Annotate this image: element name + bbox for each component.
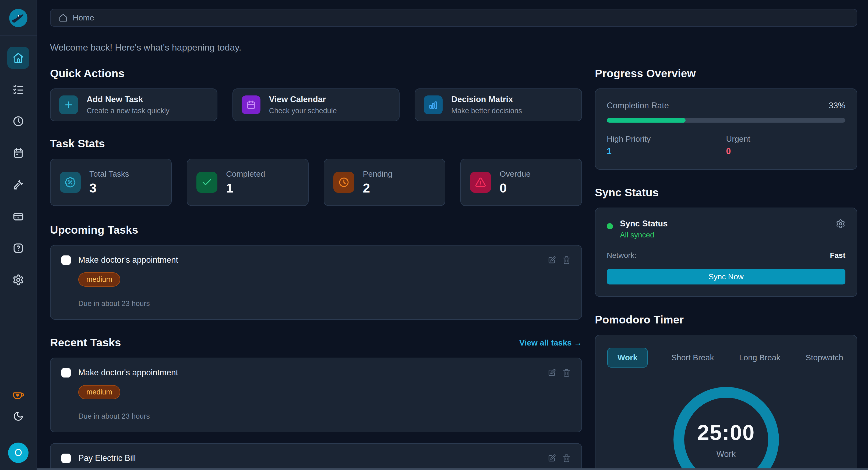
priority-badge: medium bbox=[78, 272, 120, 287]
clock-icon bbox=[333, 172, 354, 193]
right-column: Progress Overview Completion Rate 33% Hi… bbox=[595, 67, 857, 470]
edit-task-button[interactable] bbox=[548, 256, 556, 264]
add-new-task-card[interactable]: Add New Task Create a new task quickly bbox=[50, 89, 217, 121]
edit-icon bbox=[548, 256, 556, 264]
stat-value: 0 bbox=[500, 181, 531, 196]
stat-value: 3 bbox=[89, 181, 129, 196]
task-due: Due in about 23 hours bbox=[78, 300, 571, 308]
sidebar-item-time[interactable] bbox=[7, 110, 29, 132]
tab-work[interactable]: Work bbox=[607, 348, 648, 368]
high-priority-label: High Priority bbox=[607, 134, 726, 143]
priority-badge: medium bbox=[78, 385, 120, 399]
quick-actions-title: Quick Actions bbox=[50, 67, 582, 80]
pending-card: Pending 2 bbox=[324, 159, 445, 206]
app-logo[interactable] bbox=[0, 0, 37, 36]
decision-matrix-card[interactable]: Decision Matrix Make better decisions bbox=[415, 89, 582, 121]
sidebar-item-budget[interactable] bbox=[7, 205, 29, 228]
edit-icon bbox=[548, 369, 556, 377]
task-row: Pay Electric Bill bbox=[50, 443, 582, 470]
plus-icon bbox=[59, 96, 78, 114]
completed-card: Completed 1 bbox=[187, 159, 308, 206]
tab-short-break[interactable]: Short Break bbox=[670, 348, 715, 367]
view-calendar-card[interactable]: View Calendar Check your schedule bbox=[232, 89, 400, 121]
card-title: Decision Matrix bbox=[451, 95, 522, 104]
timer-time: 25:00 bbox=[697, 420, 755, 445]
calendar-icon bbox=[12, 147, 24, 159]
left-column: Quick Actions Add New Task Create a new … bbox=[50, 67, 582, 470]
task-checkbox[interactable] bbox=[61, 454, 71, 463]
sync-card: Sync Status All synced Network: Fast Syn… bbox=[595, 208, 857, 297]
user-avatar[interactable]: O bbox=[8, 443, 29, 463]
trash-icon bbox=[562, 369, 571, 377]
sidebar-item-help[interactable] bbox=[7, 237, 29, 259]
breadcrumb-home-icon bbox=[59, 13, 68, 22]
task-stats-grid: Total Tasks 3 Completed 1 bbox=[50, 159, 582, 206]
badge-percent-icon bbox=[60, 172, 81, 193]
task-checkbox[interactable] bbox=[61, 256, 71, 265]
overdue-card: Overdue 0 bbox=[460, 159, 582, 206]
sync-status-text: All synced bbox=[620, 231, 668, 239]
completion-bar-fill bbox=[607, 118, 686, 123]
wolf-logo-icon bbox=[8, 8, 28, 28]
sidebar-item-calendar[interactable] bbox=[7, 142, 29, 164]
stat-value: 1 bbox=[226, 181, 265, 196]
tab-stopwatch[interactable]: Stopwatch bbox=[804, 348, 845, 367]
delete-task-button[interactable] bbox=[562, 256, 571, 264]
card-subtitle: Create a new task quickly bbox=[87, 107, 169, 115]
completion-rate-label: Completion Rate bbox=[607, 101, 669, 110]
timer-mode: Work bbox=[716, 449, 736, 459]
clock-icon bbox=[12, 115, 24, 127]
urgent-label: Urgent bbox=[726, 134, 846, 143]
home-icon bbox=[12, 52, 24, 64]
theme-toggle-button[interactable] bbox=[13, 411, 24, 422]
quick-actions-grid: Add New Task Create a new task quickly V… bbox=[50, 89, 582, 121]
sidebar-bottom: O bbox=[0, 388, 37, 470]
horizontal-scrollbar[interactable] bbox=[37, 468, 868, 470]
task-title: Make doctor's appointment bbox=[78, 255, 178, 265]
stat-label: Pending bbox=[363, 169, 393, 178]
sidebar-nav bbox=[7, 47, 29, 291]
task-checkbox[interactable] bbox=[61, 368, 71, 377]
bar-chart-icon bbox=[424, 96, 443, 114]
sidebar-item-settings[interactable] bbox=[7, 269, 29, 291]
gavel-icon bbox=[12, 179, 24, 191]
progress-overview-title: Progress Overview bbox=[595, 67, 857, 80]
task-row: Make doctor's appointment bbox=[50, 245, 582, 320]
delete-task-button[interactable] bbox=[562, 454, 571, 463]
breadcrumb-label: Home bbox=[73, 13, 94, 22]
breadcrumb[interactable]: Home bbox=[50, 9, 857, 27]
edit-task-button[interactable] bbox=[548, 454, 556, 463]
sidebar-item-decisions[interactable] bbox=[7, 174, 29, 196]
progress-card: Completion Rate 33% High Priority 1 Urge… bbox=[595, 89, 857, 170]
sync-settings-button[interactable] bbox=[836, 219, 845, 229]
edit-task-button[interactable] bbox=[548, 369, 556, 377]
help-icon bbox=[12, 242, 24, 254]
sync-now-button[interactable]: Sync Now bbox=[607, 269, 845, 284]
support-coffee-button[interactable] bbox=[12, 388, 25, 401]
sidebar-item-tasks[interactable] bbox=[7, 78, 29, 101]
network-value: Fast bbox=[830, 251, 845, 260]
pomodoro-tabs: Work Short Break Long Break Stopwatch bbox=[607, 348, 845, 368]
trash-icon bbox=[562, 256, 571, 264]
high-priority-value: 1 bbox=[607, 146, 726, 156]
completion-bar-track bbox=[607, 118, 845, 123]
network-label: Network: bbox=[607, 251, 636, 260]
trash-icon bbox=[562, 454, 571, 463]
stat-value: 2 bbox=[363, 181, 393, 196]
sidebar-item-home[interactable] bbox=[7, 47, 29, 69]
card-title: View Calendar bbox=[269, 95, 337, 104]
task-title: Pay Electric Bill bbox=[78, 453, 136, 463]
stat-label: Completed bbox=[226, 169, 265, 178]
card-title: Add New Task bbox=[87, 95, 169, 104]
view-all-tasks-link[interactable]: View all tasks → bbox=[519, 338, 582, 347]
tab-long-break[interactable]: Long Break bbox=[738, 348, 782, 367]
credit-card-icon bbox=[12, 210, 24, 222]
delete-task-button[interactable] bbox=[562, 369, 571, 377]
task-row: Make doctor's appointment bbox=[50, 358, 582, 432]
sidebar: O bbox=[0, 0, 37, 470]
completion-rate-value: 33% bbox=[829, 101, 845, 110]
welcome-message: Welcome back! Here's what's happening to… bbox=[50, 42, 857, 53]
card-subtitle: Check your schedule bbox=[269, 107, 337, 115]
sync-status-title: Sync Status bbox=[595, 186, 857, 199]
stat-label: Total Tasks bbox=[89, 169, 129, 178]
